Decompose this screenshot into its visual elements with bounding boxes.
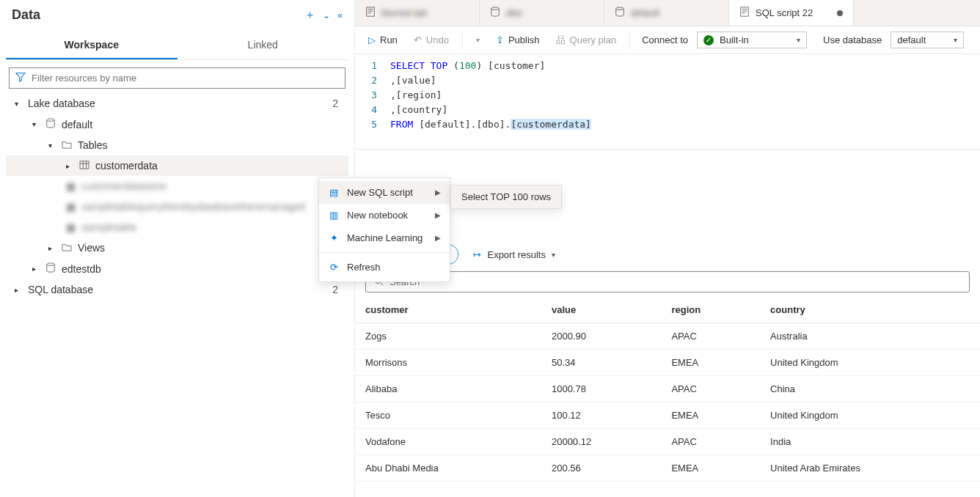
results-search-input[interactable] [390, 276, 962, 287]
add-icon[interactable]: ＋ [304, 8, 315, 22]
cell-customer: Vodafone [355, 429, 541, 455]
svg-point-5 [616, 7, 624, 10]
database-select[interactable]: default ▾ [891, 32, 964, 48]
svg-point-2 [47, 263, 55, 266]
node-label: sampletable [81, 221, 137, 233]
tab-linked[interactable]: Linked [178, 32, 349, 59]
node-count: 2 [332, 284, 343, 295]
node-label: Tables [78, 139, 107, 151]
table-icon [79, 160, 89, 172]
node-sql-database[interactable]: ▸ SQL database 2 [6, 279, 348, 300]
filter-input-wrapper[interactable] [9, 67, 345, 89]
submenu-arrow-icon: ▶ [435, 188, 441, 196]
play-icon: ▷ [368, 34, 376, 45]
col-customer[interactable]: customer [355, 297, 541, 323]
node-label: Views [78, 242, 105, 254]
node-label: sampletablequerytherebydatabasetheremana… [81, 201, 305, 213]
caret-down-icon: ▾ [15, 100, 22, 108]
col-value[interactable]: value [541, 297, 661, 323]
node-table-customerdata[interactable]: ▸ customerdata [6, 155, 348, 176]
notebook-icon: ▥ [328, 210, 340, 221]
tab-workspace[interactable]: Workspace [6, 32, 178, 59]
node-tables[interactable]: ▾ Tables [6, 135, 348, 155]
cell-country: Australia [760, 323, 980, 350]
cell-country: United Kingdom [760, 350, 980, 376]
publish-button[interactable]: ⇪Publish [490, 32, 546, 48]
editor-tab-bar: blurred tab dbo default SQL script 22 [355, 0, 980, 26]
separator [629, 32, 630, 48]
query-plan-button[interactable]: 品Query plan [550, 31, 623, 50]
cell-country: United Arab Emirates [760, 455, 980, 482]
table-row[interactable]: Zogs2000.90APACAustralia [355, 323, 980, 350]
editor-tab-active[interactable]: SQL script 22 [729, 0, 854, 26]
tab-label: blurred tab [381, 7, 427, 18]
col-country[interactable]: country [760, 297, 980, 323]
editor-tab[interactable]: default [604, 0, 729, 26]
unsaved-dot-icon [837, 10, 843, 16]
collapse-panel-icon[interactable]: « [337, 10, 343, 21]
ctx-new-sql-script[interactable]: ▤ New SQL script ▶ [319, 181, 450, 204]
table-row[interactable]: Abu Dhabi Media200.56EMEAUnited Arab Emi… [355, 455, 980, 482]
cell-region: APAC [661, 429, 760, 455]
chevron-down-icon: ▾ [797, 36, 800, 44]
caret-right-icon: ▸ [32, 265, 40, 273]
cell-customer: Morrisons [355, 350, 541, 376]
caret-right-icon: ▸ [66, 162, 73, 170]
svg-rect-6 [741, 7, 749, 16]
ctx-new-notebook[interactable]: ▥ New notebook ▶ [319, 204, 450, 227]
upload-icon: ⇪ [496, 34, 504, 45]
cell-value: 100.12 [541, 402, 661, 429]
context-submenu-top100[interactable]: Select TOP 100 rows [450, 185, 562, 209]
node-views[interactable]: ▸ Views [6, 238, 348, 258]
node-edtestdb[interactable]: ▸ edtestdb [6, 258, 348, 279]
cell-country: China [760, 376, 980, 402]
table-row[interactable]: Tesco100.12EMEAUnited Kingdom [355, 402, 980, 429]
editor-tab[interactable]: dbo [480, 0, 604, 26]
ctx-refresh[interactable]: ⟳ Refresh [319, 256, 450, 279]
node-default-db[interactable]: ▾ default [6, 114, 348, 135]
ctx-machine-learning[interactable]: ✦ Machine Learning ▶ [319, 227, 450, 249]
tab-label: SQL script 22 [756, 7, 813, 18]
toolbar-dropdown[interactable]: ▾ [470, 33, 486, 47]
plan-icon: 品 [556, 34, 566, 47]
separator [319, 252, 450, 253]
table-row[interactable]: Vodafone20000.12APACIndia [355, 429, 980, 455]
context-menu: ▤ New SQL script ▶ ▥ New notebook ▶ ✦ Ma… [318, 177, 450, 282]
svg-rect-3 [367, 7, 375, 16]
table-row[interactable]: Alibaba1000.78APACChina [355, 376, 980, 402]
run-button[interactable]: ▷Run [362, 32, 403, 48]
cell-country: India [760, 429, 980, 455]
node-lake-database[interactable]: ▾ Lake database 2 [6, 93, 348, 114]
export-results-button[interactable]: ↦ Export results ▾ [473, 249, 555, 260]
sidebar-title: Data [12, 7, 40, 23]
results-search[interactable] [365, 271, 970, 292]
expand-down-icon[interactable]: ⌄ [323, 10, 330, 21]
separator [462, 32, 463, 48]
sql-editor[interactable]: 12345 SELECT TOP (100) [customer] ,[valu… [355, 54, 980, 150]
node-count: 2 [332, 97, 343, 109]
cell-country: United Kingdom [760, 402, 980, 429]
node-table-blurred[interactable]: ▦ customerdatastore [6, 176, 348, 196]
cell-value: 200.56 [541, 455, 661, 482]
chevron-down-icon: ▾ [954, 36, 957, 44]
table-row[interactable]: Morrisons50.34EMEAUnited Kingdom [355, 350, 980, 376]
results-grid[interactable]: customer value region country Zogs2000.9… [355, 297, 980, 497]
cell-region: EMEA [661, 455, 760, 482]
node-label: customerdatastore [81, 180, 167, 192]
pool-select[interactable]: ✓ Built-in ▾ [697, 32, 807, 48]
code-area[interactable]: SELECT TOP (100) [customer] ,[value] ,[r… [384, 54, 591, 149]
node-label: Lake database [28, 97, 95, 109]
svg-rect-1 [80, 161, 89, 169]
editor-tab[interactable]: blurred tab [355, 0, 480, 26]
tab-label: default [631, 7, 659, 18]
caret-down-icon: ▾ [32, 120, 40, 128]
table-icon: ▦ [66, 201, 76, 213]
caret-right-icon: ▸ [48, 244, 56, 252]
filter-input[interactable] [32, 73, 339, 84]
undo-button[interactable]: ↶Undo [408, 32, 455, 48]
folder-icon [62, 139, 72, 151]
node-table-blurred[interactable]: ▦ sampletable [6, 217, 348, 238]
col-region[interactable]: region [661, 297, 760, 323]
node-table-blurred[interactable]: ▦ sampletablequerytherebydatabasetherema… [6, 196, 348, 217]
chevron-down-icon: ▾ [552, 251, 555, 259]
